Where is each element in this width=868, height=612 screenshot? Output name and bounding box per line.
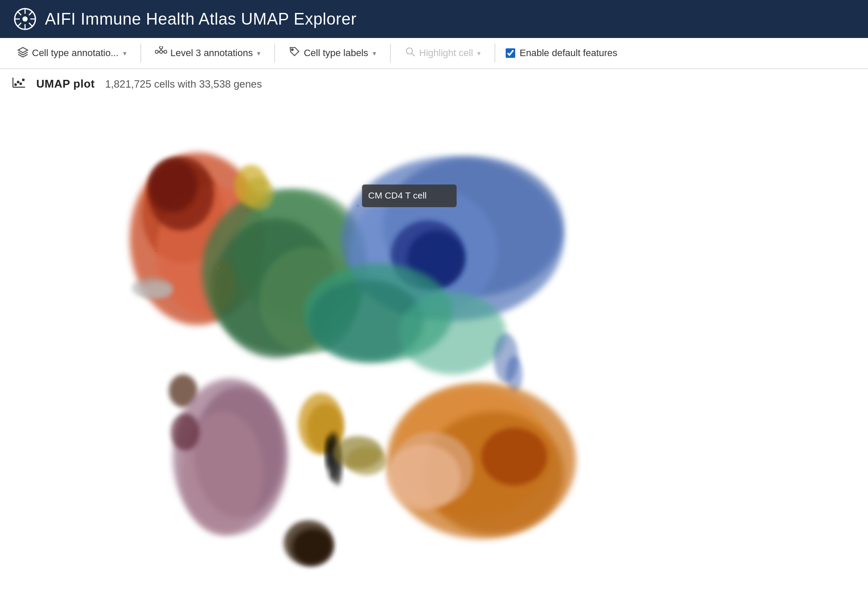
cell-tooltip-group: CM CD4 T cell <box>362 185 456 207</box>
svg-point-77 <box>328 213 330 215</box>
svg-point-76 <box>291 201 294 203</box>
svg-point-73 <box>246 209 248 211</box>
highlight-cell-dropdown[interactable]: Highlight cell ▾ <box>398 43 488 63</box>
svg-point-25 <box>20 83 22 85</box>
svg-point-78 <box>357 205 359 207</box>
tag-icon <box>289 46 300 60</box>
cluster-dark-olive <box>210 259 234 309</box>
toolbar-divider-1 <box>140 44 141 63</box>
plot-area: UMAP plot 1,821,725 cells with 33,538 ge… <box>0 69 868 612</box>
svg-line-7 <box>29 23 33 27</box>
toolbar: Cell type annotatio... ▾ Level 3 annotat… <box>0 38 868 69</box>
svg-point-12 <box>155 50 158 54</box>
svg-line-6 <box>17 11 21 15</box>
highlight-cell-label: Highlight cell <box>419 47 473 59</box>
svg-point-81 <box>155 250 158 252</box>
svg-point-63 <box>345 446 386 475</box>
svg-point-48 <box>140 282 173 298</box>
svg-point-72 <box>225 221 228 224</box>
cell-tooltip-text: CM CD4 T cell <box>368 190 427 200</box>
app-title: AIFI Immune Health Atlas UMAP Explorer <box>45 10 357 28</box>
level-annotations-dropdown[interactable]: Level 3 annotations ▾ <box>148 43 268 63</box>
svg-line-8 <box>29 11 33 15</box>
layers-icon <box>17 46 29 60</box>
toolbar-divider-2 <box>274 44 275 63</box>
plot-title: UMAP plot <box>36 77 95 91</box>
highlight-cell-chevron: ▾ <box>477 49 481 57</box>
toolbar-divider-3 <box>390 44 391 63</box>
app-logo-icon <box>14 8 36 30</box>
svg-point-1 <box>22 16 28 22</box>
svg-point-46 <box>245 177 274 210</box>
svg-point-69 <box>482 428 547 485</box>
nodes-icon <box>155 46 167 60</box>
svg-point-26 <box>22 79 24 81</box>
cell-type-annotation-label: Cell type annotatio... <box>32 47 119 59</box>
cluster-dark-brown-bottom <box>284 521 333 566</box>
cell-type-labels-dropdown[interactable]: Cell type labels ▾ <box>282 43 383 63</box>
search-icon <box>405 46 416 60</box>
svg-point-80 <box>164 234 165 236</box>
umap-plot-canvas[interactable]: CM CD4 T cell <box>0 95 868 612</box>
svg-point-75 <box>275 218 276 219</box>
svg-point-68 <box>386 444 460 510</box>
cluster-orange-large <box>386 383 576 539</box>
enable-features-checkbox[interactable] <box>506 48 515 58</box>
enable-features-control[interactable]: Enable default features <box>506 47 617 59</box>
plot-subtitle: 1,821,725 cells with 33,538 genes <box>105 78 262 90</box>
cell-type-labels-chevron: ▾ <box>373 49 376 57</box>
cluster-dark-maroon <box>171 413 200 451</box>
svg-point-49 <box>210 259 234 309</box>
cluster-mauve <box>173 379 288 535</box>
svg-marker-10 <box>18 47 28 53</box>
svg-point-61 <box>325 436 333 469</box>
toolbar-divider-4 <box>494 44 495 63</box>
svg-point-13 <box>164 50 167 54</box>
svg-point-71 <box>292 529 333 566</box>
app-header: AIFI Immune Health Atlas UMAP Explorer <box>0 0 868 38</box>
cluster-dark-red <box>148 157 214 230</box>
enable-features-label: Enable default features <box>520 47 617 59</box>
svg-point-44 <box>399 292 506 374</box>
svg-point-19 <box>406 48 412 54</box>
scatter-plot-icon <box>12 77 26 91</box>
cell-type-annotation-dropdown[interactable]: Cell type annotatio... ▾ <box>10 43 133 63</box>
cell-type-annotation-chevron: ▾ <box>123 49 127 57</box>
level-annotations-chevron: ▾ <box>257 49 260 57</box>
cell-type-labels-label: Cell type labels <box>304 47 368 59</box>
cluster-gray <box>132 278 173 299</box>
svg-line-20 <box>412 54 415 57</box>
svg-point-56 <box>171 413 200 451</box>
svg-point-18 <box>291 49 293 50</box>
svg-point-32 <box>148 159 197 212</box>
plot-header: UMAP plot 1,821,725 cells with 33,538 ge… <box>0 69 868 95</box>
svg-point-24 <box>17 81 19 83</box>
svg-point-74 <box>217 266 219 269</box>
svg-line-9 <box>17 23 21 27</box>
svg-point-14 <box>159 46 162 49</box>
svg-point-23 <box>15 84 16 85</box>
level-annotations-label: Level 3 annotations <box>171 47 253 59</box>
svg-point-11 <box>159 50 162 54</box>
